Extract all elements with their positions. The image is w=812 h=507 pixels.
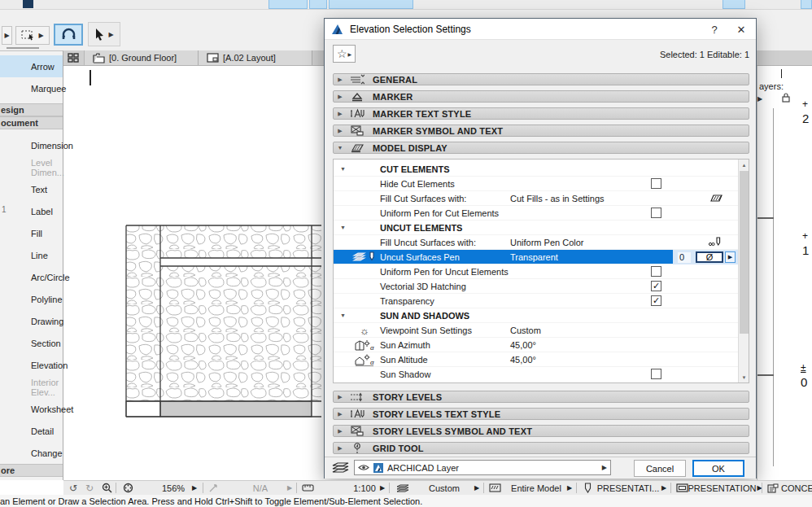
uniform-pen-cut-checkbox[interactable] <box>651 208 661 218</box>
scrollbar-thumb[interactable] <box>740 171 749 334</box>
vectorial-hatching-checkbox[interactable]: ✓ <box>651 281 661 291</box>
help-button[interactable]: ? <box>702 19 727 40</box>
toolbar-highlight-fragment[interactable] <box>723 0 745 9</box>
toolbar-highlight-fragment[interactable] <box>801 0 812 9</box>
model-view-stepper[interactable]: ▶ <box>659 481 669 495</box>
renovation-value[interactable]: CONCEPT_PR... <box>781 481 812 495</box>
toolbox-item-arc-circle[interactable]: Arc/Circle <box>0 266 63 288</box>
layer-combination-button[interactable] <box>394 481 412 495</box>
panel-scrollbar[interactable]: ▲ ▼ <box>738 160 749 382</box>
row-vectorial-3d-hatching[interactable]: Vectorial 3D Hatching ✓ <box>334 279 739 294</box>
toolbox-item-elevation[interactable]: Elevation <box>0 354 63 376</box>
quad-view-button[interactable] <box>63 50 85 65</box>
scale-stepper[interactable]: ▶ <box>378 481 387 495</box>
panel-grip[interactable] <box>7 47 39 49</box>
close-button[interactable]: ✕ <box>727 19 756 40</box>
section-model-display[interactable]: ▼ MODEL DISPLAY <box>333 142 749 154</box>
group-header-sun-and-shadows[interactable]: ▼ SUN AND SHADOWS <box>334 308 739 323</box>
zoom-stepper[interactable]: ▶ <box>190 481 199 495</box>
layer-combination-value[interactable]: Custom <box>413 481 475 495</box>
model-view-button[interactable] <box>581 481 594 495</box>
model-view-value[interactable]: PRESENTATI... <box>594 481 662 495</box>
pen-set-value[interactable]: Entire Model <box>504 481 568 495</box>
cancel-button[interactable]: Cancel <box>634 460 686 477</box>
toolbox-item-line[interactable]: Line <box>0 244 63 266</box>
tab-layout[interactable]: [A.02 Layout] <box>199 50 312 65</box>
dialog-titlebar[interactable]: Elevation Selection Settings ? ✕ <box>325 19 756 40</box>
next-zoom-button[interactable]: ↻ <box>83 481 96 495</box>
layer-stepper[interactable]: ▶ <box>472 481 482 495</box>
transparency-checkbox[interactable]: ✓ <box>651 295 661 306</box>
toolbox-item-arrow[interactable]: Arrow <box>0 55 63 77</box>
toolbox-item-level-dimension[interactable]: Level Dimen... <box>0 156 63 178</box>
toolbox-group-design[interactable]: esign <box>0 103 63 116</box>
previous-zoom-button[interactable]: ↺ <box>67 481 80 495</box>
row-fill-cut-surfaces[interactable]: Fill Cut Surfaces with: Cut Fills - as i… <box>334 191 739 206</box>
toolbar-expander-button[interactable]: ▶ <box>2 26 12 45</box>
tab-ground-floor[interactable]: [0. Ground Floor] <box>85 50 199 65</box>
toolbar-highlight-fragment[interactable] <box>329 0 413 9</box>
toolbox-item-drawing[interactable]: Drawing <box>0 310 63 332</box>
sun-shadow-checkbox[interactable] <box>651 369 661 379</box>
favorites-button[interactable]: ☆ ▶ <box>333 45 356 63</box>
pen-color-button[interactable]: Ø <box>696 251 723 263</box>
orientation-stepper[interactable]: ▶ <box>285 481 295 495</box>
toolbox-item-interior-elevation[interactable]: Interior Elev... <box>0 376 63 398</box>
arrow-tool-button[interactable]: ▶ <box>88 22 120 46</box>
scale-value[interactable]: 1:100 <box>332 481 397 495</box>
toolbar-highlight-fragment[interactable] <box>268 0 308 9</box>
section-story-levels[interactable]: ▶ STORY LEVELS <box>333 391 749 403</box>
pen-set-stepper[interactable]: ▶ <box>565 481 574 495</box>
row-sun-azimuth[interactable]: α Sun Azimuth 45,00° <box>334 338 739 352</box>
fit-in-window-button[interactable] <box>120 481 137 495</box>
marquee-tool-button[interactable]: ▶ <box>15 26 50 45</box>
orientation-button[interactable] <box>207 481 220 495</box>
row-uniform-pen-cut[interactable]: Uniform Pen for Cut Elements <box>334 206 739 221</box>
toolbox-group-more[interactable]: ore <box>0 464 63 477</box>
toolbox-item-polyline[interactable]: Polyline <box>0 288 63 310</box>
row-viewpoint-sun-settings[interactable]: ☼ Viewpoint Sun Settings Custom <box>334 323 739 338</box>
toolbox-item-change[interactable]: Change <box>0 442 63 464</box>
layer-dropdown[interactable]: ARCHICAD Layer ▶ <box>354 460 611 475</box>
hide-cut-checkbox[interactable] <box>651 178 661 189</box>
orbit-button[interactable] <box>54 24 83 46</box>
group-header-uncut-elements[interactable]: ▼ UNCUT ELEMENTS <box>334 221 739 235</box>
section-marker-symbol-and-text[interactable]: ▶ MARKER SYMBOL AND TEXT <box>333 125 749 137</box>
scroll-up-button[interactable]: ▲ <box>739 160 749 170</box>
pen-number-field[interactable]: 0 <box>678 252 691 263</box>
row-uncut-surfaces-pen[interactable]: Uncut Surfaces Pen Transparent 0 Ø ▶ <box>334 250 739 264</box>
scroll-down-button[interactable]: ▼ <box>739 372 749 382</box>
scale-button[interactable] <box>299 481 316 495</box>
toolbox-item-marquee[interactable]: Marquee <box>0 77 63 99</box>
toolbox-item-fill[interactable]: Fill <box>0 222 63 244</box>
toolbox-group-document[interactable]: ocument <box>0 116 63 129</box>
row-hide-cut-elements[interactable]: Hide Cut Elements <box>334 177 739 191</box>
toolbox-item-text[interactable]: Text <box>0 178 63 200</box>
section-story-levels-text-style[interactable]: ▶ STORY LEVELS TEXT STYLE <box>333 408 749 420</box>
renovation-button[interactable] <box>765 481 781 495</box>
toolbox-item-worksheet[interactable]: Worksheet <box>0 398 63 420</box>
row-sun-shadow[interactable]: Sun Shadow <box>334 367 739 382</box>
section-general[interactable]: ▶ GENERAL <box>333 73 749 85</box>
group-header-cut-elements[interactable]: ▼ CUT ELEMENTS <box>334 162 739 177</box>
close-icon: ✕ <box>737 24 746 36</box>
section-story-levels-symbol-and-text[interactable]: ▶ STORY LEVELS SYMBOL AND TEXT <box>333 425 749 437</box>
row-fill-uncut-surfaces[interactable]: Fill Uncut Surfaces with: Uniform Pen Co… <box>334 235 739 250</box>
section-grid-tool[interactable]: ▶ GRID TOOL <box>333 442 749 454</box>
row-transparency[interactable]: Transparency ✓ <box>334 294 739 308</box>
uniform-pen-uncut-checkbox[interactable] <box>651 266 661 277</box>
toolbox-item-label[interactable]: 1Label <box>0 200 63 222</box>
zoom-in-button[interactable] <box>99 481 114 495</box>
toolbox-item-dimension[interactable]: Dimension <box>0 134 63 156</box>
toolbox-item-detail[interactable]: Detail <box>0 420 63 442</box>
toolbar-highlight-fragment[interactable] <box>309 0 327 9</box>
row-uniform-pen-uncut[interactable]: Uniform Pen for Uncut Elements <box>334 264 739 279</box>
toolbox-item-section[interactable]: Section <box>0 332 63 354</box>
section-marker[interactable]: ▶ MARKER <box>333 90 749 103</box>
section-marker-text-style[interactable]: ▶ MARKER TEXT STYLE <box>333 107 749 120</box>
ok-button[interactable]: OK <box>692 460 744 477</box>
pen-set-button[interactable] <box>487 481 503 495</box>
row-sun-altitude[interactable]: α Sun Altitude 45,00° <box>334 352 739 367</box>
graphic-override-value[interactable]: PRESENTATION▶ <box>690 481 760 495</box>
pen-flyout-button[interactable]: ▶ <box>725 251 736 263</box>
